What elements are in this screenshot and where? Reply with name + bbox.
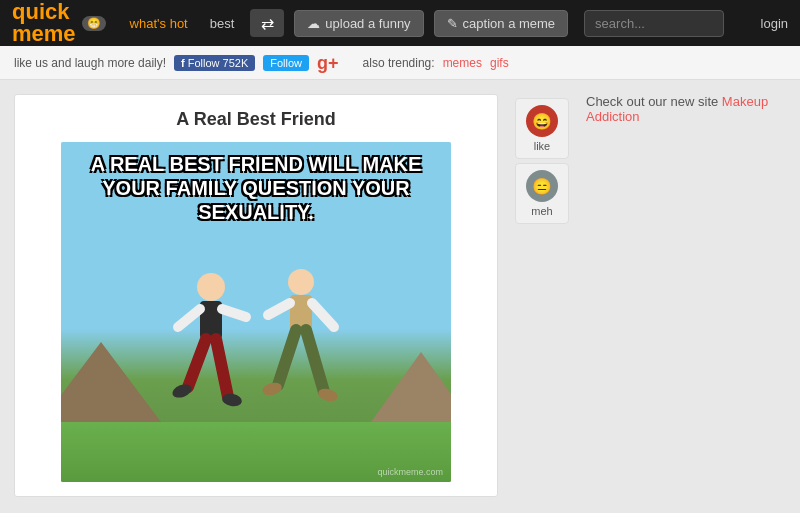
mountain-right (371, 352, 451, 422)
makeup-ad: Check out our new site Makeup Addiction (586, 94, 786, 124)
logo-icon: 😁 (82, 16, 106, 31)
login-button[interactable]: login (761, 16, 788, 31)
meh-button[interactable]: 😑 meh (515, 163, 569, 224)
logo-meme: meme (12, 21, 76, 46)
like-icon: 😄 (526, 105, 558, 137)
meme-text-overlay: A Real best friend will make your family… (61, 152, 451, 224)
right-sidebar: Check out our new site Makeup Addiction (586, 94, 786, 497)
svg-line-4 (188, 339, 206, 387)
svg-line-5 (216, 339, 228, 397)
svg-line-2 (178, 309, 200, 327)
meme-image: A Real best friend will make your family… (61, 142, 451, 482)
svg-point-0 (197, 273, 225, 301)
shuffle-icon: ⇄ (261, 14, 274, 33)
caption-button[interactable]: ✎ caption a meme (434, 10, 569, 37)
fb-label: Follow (188, 57, 220, 69)
svg-line-12 (278, 330, 296, 385)
trending-label: also trending: (363, 56, 435, 70)
memes-trending-link[interactable]: memes (443, 56, 482, 70)
navbar: quick meme 😁 what's hot best ⇄ ☁ upload … (0, 0, 800, 46)
gifs-trending-link[interactable]: gifs (490, 56, 509, 70)
shuffle-button[interactable]: ⇄ (250, 9, 284, 37)
caption-icon: ✎ (447, 16, 458, 31)
google-plus-button[interactable]: g+ (317, 54, 339, 72)
mountain-left (61, 342, 161, 422)
svg-line-10 (268, 303, 290, 315)
meh-icon: 😑 (526, 170, 558, 202)
nav-best[interactable]: best (204, 12, 241, 35)
svg-line-13 (306, 330, 324, 392)
ad-text: Check out our new site (586, 94, 722, 109)
watermark: quickmeme.com (377, 467, 443, 477)
meme-title: A Real Best Friend (29, 109, 483, 130)
social-bar: like us and laugh more daily! f Follow 7… (0, 46, 800, 80)
social-tagline: like us and laugh more daily! (14, 56, 166, 70)
tw-label: Follow (270, 57, 302, 69)
main-layout: A Real Best Friend A Real best friend wi… (0, 80, 800, 497)
upload-button[interactable]: ☁ upload a funny (294, 10, 423, 37)
caption-label: caption a meme (463, 16, 556, 31)
figures-svg (156, 257, 356, 427)
logo-area: quick meme 😁 (12, 1, 106, 45)
content-area: A Real Best Friend A Real best friend wi… (14, 94, 498, 497)
svg-line-3 (222, 309, 246, 317)
reaction-sidebar: 😄 like 😑 meh (512, 94, 572, 497)
like-label: like (534, 140, 551, 152)
meme-image-container: A Real best friend will make your family… (61, 142, 451, 482)
svg-line-11 (312, 303, 334, 327)
facebook-follow-button[interactable]: f Follow 752K (174, 55, 255, 71)
fb-count: 752K (223, 57, 249, 69)
nav-whats-hot[interactable]: what's hot (124, 12, 194, 35)
upload-icon: ☁ (307, 16, 320, 31)
upload-label: upload a funny (325, 16, 410, 31)
svg-point-8 (288, 269, 314, 295)
twitter-follow-button[interactable]: Follow (263, 55, 309, 71)
meh-label: meh (531, 205, 552, 217)
logo: quick meme (12, 1, 76, 45)
search-input[interactable] (584, 10, 724, 37)
like-button[interactable]: 😄 like (515, 98, 569, 159)
fb-icon: f (181, 57, 185, 69)
